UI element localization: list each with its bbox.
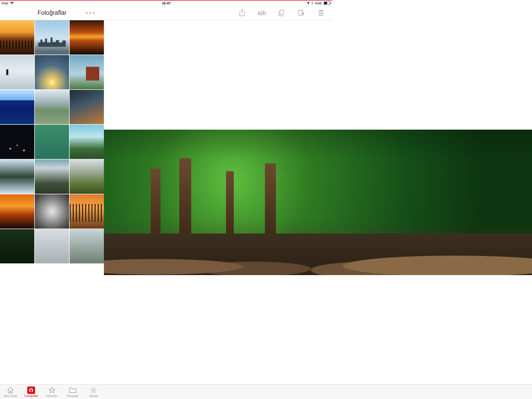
photo-preview[interactable]	[104, 20, 332, 249]
thumbnail[interactable]	[70, 125, 104, 159]
thumbnail[interactable]	[35, 55, 69, 89]
thumbnail[interactable]	[0, 229, 34, 249]
thumbnail[interactable]	[0, 90, 34, 124]
thumbnail[interactable]	[70, 194, 104, 229]
more-options-icon[interactable]	[86, 12, 95, 14]
thumbnail[interactable]	[35, 194, 69, 229]
thumbnail[interactable]	[70, 55, 104, 89]
thumbnail[interactable]	[35, 20, 69, 55]
thumbnail[interactable]	[35, 229, 69, 249]
header: Fotoğraflar a|b	[0, 6, 332, 20]
battery-icon	[323, 2, 331, 5]
thumbnail-selected[interactable]	[35, 125, 69, 159]
preview-image	[104, 130, 332, 249]
clock: 16:47	[162, 1, 170, 5]
thumbnail[interactable]	[0, 194, 34, 229]
location-icon	[307, 2, 310, 5]
thumbnail[interactable]	[0, 159, 34, 194]
copy-button[interactable]	[277, 9, 286, 17]
thumbnail[interactable]	[35, 159, 69, 194]
svg-rect-0	[280, 10, 284, 15]
thumbnail[interactable]	[70, 159, 104, 194]
device-label: iPad	[2, 1, 8, 5]
thumbnail[interactable]	[0, 125, 34, 159]
thumbnail[interactable]	[35, 90, 69, 124]
export-button[interactable]	[297, 9, 305, 17]
battery-percent: %48	[315, 1, 322, 5]
status-bar: iPad 16:47 %48	[0, 1, 332, 6]
wifi-icon	[10, 2, 14, 5]
thumbnail[interactable]	[70, 90, 104, 124]
thumbnail-grid[interactable]	[0, 20, 104, 249]
thumbnail[interactable]	[0, 20, 34, 55]
thumbnail[interactable]	[0, 55, 34, 89]
share-button[interactable]	[238, 9, 246, 17]
compare-button[interactable]: a|b	[258, 9, 266, 17]
thumbnail[interactable]	[70, 229, 104, 249]
sidebar-title: Fotoğraflar	[37, 9, 66, 16]
bluetooth-icon	[311, 1, 313, 5]
toolbar: a|b	[238, 9, 332, 17]
delete-button[interactable]	[317, 9, 325, 17]
thumbnail[interactable]	[70, 20, 104, 55]
